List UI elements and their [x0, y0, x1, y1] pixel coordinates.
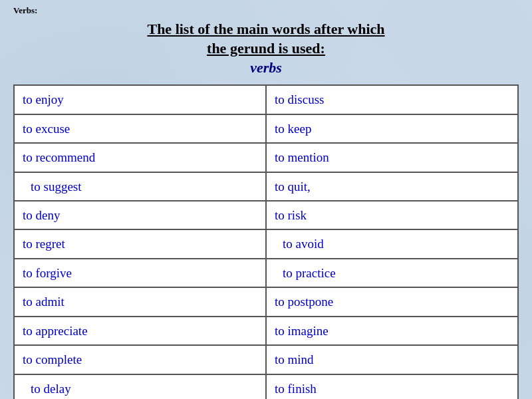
word-table: to enjoyto discussto excuseto keepto rec… — [13, 84, 519, 399]
right-word-item: to discuss — [275, 90, 509, 109]
right-word-item: to risk — [275, 205, 509, 225]
right-word-item: to mind — [275, 350, 509, 369]
right-word-item: to imagine — [275, 321, 509, 340]
verbs-label: Verbs: — [13, 5, 519, 16]
left-word-item: to admit — [23, 292, 257, 311]
title-block: The list of the main words after which t… — [13, 20, 519, 76]
right-word-item: to keep — [275, 119, 509, 138]
left-word-item: to recommend — [23, 148, 257, 167]
page-container: Verbs: The list of the main words after … — [0, 0, 532, 399]
left-word-item: to excuse — [23, 119, 257, 138]
right-word-item: to practice — [275, 263, 509, 283]
right-word-item: to finish — [275, 379, 509, 398]
right-word-item: to quit, — [275, 177, 509, 196]
title-sub: verbs — [13, 59, 519, 76]
left-word-item: to appreciate — [23, 321, 257, 340]
right-word-item: to mention — [275, 148, 509, 167]
left-word-item: to complete — [23, 350, 257, 369]
left-word-item: to enjoy — [23, 90, 257, 109]
right-word-item: to postpone — [275, 292, 509, 311]
left-word-item: to regret — [23, 234, 257, 253]
title-line1: The list of the main words after which t… — [13, 20, 519, 58]
left-word-item: to forgive — [23, 263, 257, 283]
right-word-item: to avoid — [275, 234, 509, 253]
left-word-item: to delay — [23, 379, 257, 398]
left-word-item: to suggest — [23, 177, 257, 196]
left-word-item: to deny — [23, 205, 257, 225]
